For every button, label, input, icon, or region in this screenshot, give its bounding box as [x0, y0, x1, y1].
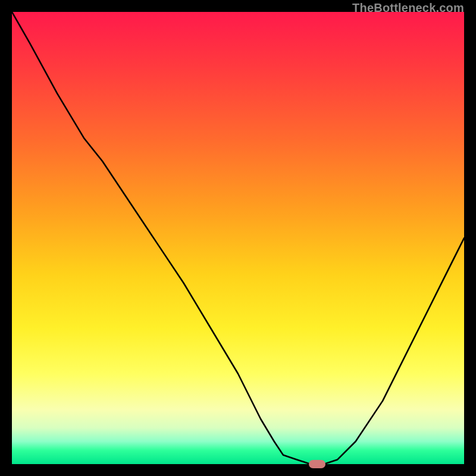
bottleneck-curve	[12, 12, 464, 464]
plot-area	[12, 12, 464, 464]
optimum-marker	[309, 460, 325, 468]
chart-container: TheBottleneck.com	[0, 0, 476, 476]
